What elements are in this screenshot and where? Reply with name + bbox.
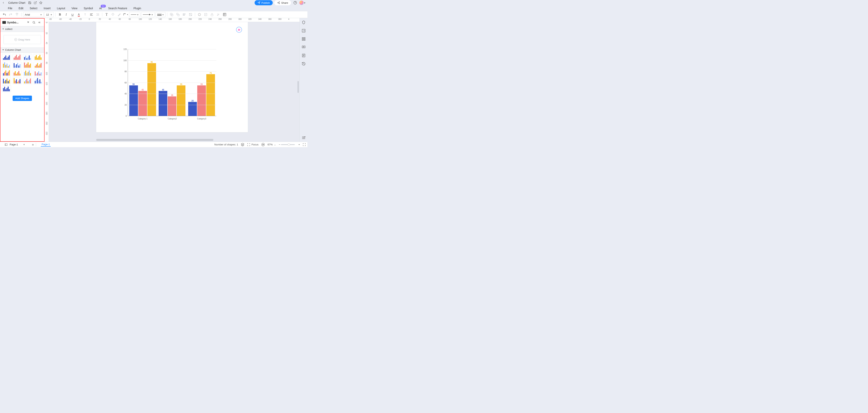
h-scrollbar-thumb[interactable]	[96, 139, 213, 141]
bar[interactable]: 75	[206, 74, 215, 116]
canvas[interactable]: M 554595453555255575 020406080100120 Cat…	[49, 22, 300, 142]
avatar-menu-caret-icon[interactable]: ▾	[304, 1, 305, 4]
history-icon[interactable]	[301, 61, 306, 67]
text-tool-button[interactable]: T	[104, 12, 110, 17]
line-spacing-button[interactable]	[95, 12, 100, 17]
bar[interactable]: 45	[138, 91, 147, 116]
shape-thumb[interactable]	[2, 54, 11, 61]
menu-layout[interactable]: Layout	[54, 7, 68, 10]
bar[interactable]: 35	[168, 96, 176, 116]
text-style-button[interactable]: T	[82, 12, 88, 17]
lock-button[interactable]	[209, 12, 215, 17]
publish-button[interactable]: Publish	[255, 0, 273, 5]
shape-thumb[interactable]	[2, 62, 11, 68]
present-icon[interactable]	[301, 44, 306, 50]
shape-thumb[interactable]	[23, 62, 32, 68]
shape-thumb[interactable]	[34, 62, 43, 68]
apps-icon[interactable]	[301, 36, 306, 42]
bar[interactable]: 55	[129, 85, 138, 116]
fill-button[interactable]	[110, 12, 116, 17]
play-button[interactable]	[261, 143, 265, 146]
outline-toggle[interactable]	[4, 143, 8, 146]
column-chart[interactable]: 554595453555255575 020406080100120 Categ…	[122, 49, 216, 122]
effects-button[interactable]	[197, 12, 202, 17]
shape-thumb[interactable]	[12, 77, 22, 84]
line-color-button[interactable]	[117, 12, 122, 17]
share-button[interactable]: Share	[274, 0, 291, 5]
tools-button[interactable]	[216, 12, 221, 17]
redo-button[interactable]	[8, 12, 13, 17]
menu-file[interactable]: File	[5, 7, 16, 10]
open-external-icon[interactable]	[33, 1, 38, 5]
menu-symbol[interactable]: Symbol	[81, 7, 96, 10]
shape-thumb[interactable]	[2, 70, 11, 76]
h-scrollbar[interactable]	[96, 139, 291, 141]
bar[interactable]: 45	[159, 91, 167, 116]
layers-button[interactable]	[241, 143, 244, 146]
help-icon[interactable]	[292, 1, 298, 5]
font-color-button[interactable]: A	[76, 12, 82, 17]
favorite-icon[interactable]	[38, 1, 43, 5]
save-icon[interactable]	[27, 1, 32, 5]
menu-select[interactable]: Select	[27, 7, 40, 10]
drop-zone[interactable]: +Drag Here	[4, 35, 41, 44]
menu-insert[interactable]: Insert	[40, 7, 54, 10]
page-dropdown[interactable]: Page-1▾	[8, 142, 28, 147]
v-scrollbar-thumb[interactable]	[298, 81, 299, 93]
menu-plugin[interactable]: Plugin	[130, 7, 144, 10]
font-select[interactable]: Arial▾	[23, 12, 43, 17]
line-style-select[interactable]: ▾	[129, 12, 140, 17]
sidebar-expand-icon[interactable]	[27, 21, 31, 24]
shape-thumb[interactable]	[12, 54, 22, 61]
shape-edit-button[interactable]	[203, 12, 209, 17]
bold-button[interactable]: B	[57, 12, 63, 17]
add-shapes-button[interactable]: Add Shapes	[12, 96, 32, 101]
zoom-slider[interactable]	[281, 144, 295, 145]
artboard[interactable]: M 554595453555255575 020406080100120 Cat…	[96, 22, 248, 132]
shape-thumb[interactable]	[23, 54, 32, 61]
bar[interactable]: 55	[177, 85, 185, 116]
shape-thumb[interactable]	[2, 85, 11, 92]
page-tab[interactable]: Page-1	[41, 142, 51, 147]
shape-thumb[interactable]	[34, 54, 43, 61]
connector-button[interactable]: ▾	[123, 12, 128, 17]
panel-toggle-icon[interactable]	[301, 135, 306, 140]
group-button[interactable]	[169, 12, 175, 17]
shape-thumb[interactable]	[23, 77, 32, 84]
bar[interactable]: 55	[197, 85, 206, 116]
theme-icon[interactable]	[301, 20, 306, 25]
shape-thumb[interactable]	[12, 70, 22, 76]
undo-button[interactable]	[2, 12, 7, 17]
menu-view[interactable]: View	[68, 7, 81, 10]
fullscreen-button[interactable]	[303, 143, 306, 146]
avatar[interactable]	[299, 1, 304, 5]
bar[interactable]: 25	[188, 102, 197, 116]
align-objects-button[interactable]	[182, 12, 187, 17]
shape-thumb[interactable]	[12, 62, 22, 68]
format-painter-button[interactable]	[14, 12, 20, 17]
export-icon[interactable]	[301, 28, 306, 33]
notes-icon[interactable]	[301, 53, 306, 58]
section-column-chart[interactable]: Column Chart	[0, 47, 44, 53]
zoom-value[interactable]: 67% ⌄	[268, 143, 276, 146]
ungroup-button[interactable]	[175, 12, 181, 17]
collapse-sidebar-icon[interactable]	[38, 21, 42, 24]
section-collect[interactable]: collect	[0, 26, 44, 32]
shape-thumb[interactable]	[34, 77, 43, 84]
bar[interactable]: 95	[147, 63, 156, 116]
search-icon[interactable]	[32, 21, 37, 24]
table-button[interactable]	[222, 12, 227, 17]
line-weight-select[interactable]: ▾	[155, 12, 165, 17]
focus-button[interactable]: Focus	[247, 143, 258, 146]
underline-button[interactable]: U	[70, 12, 75, 17]
menu-search-feature[interactable]: Search Feature	[105, 7, 130, 10]
menu-ai[interactable]: AIhot	[96, 7, 105, 10]
add-page-button[interactable]: ＋	[31, 142, 35, 147]
shape-thumb[interactable]	[23, 70, 32, 76]
menu-edit[interactable]: Edit	[16, 7, 27, 10]
font-size-select[interactable]: 12▾	[44, 12, 54, 17]
italic-button[interactable]: I	[63, 12, 69, 17]
shape-thumb[interactable]	[2, 77, 11, 84]
align-button[interactable]	[89, 12, 94, 17]
shape-thumb[interactable]	[34, 70, 43, 76]
